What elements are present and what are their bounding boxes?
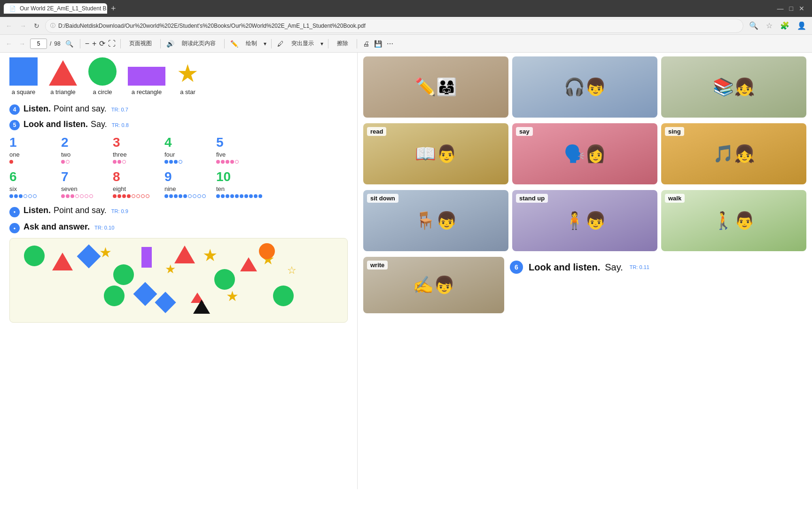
num-6-word: six — [9, 185, 61, 192]
address-bar[interactable]: ⓘ D:/BaiduNetdiskDownload/Our%20world%20… — [45, 19, 743, 33]
num-4-dots — [164, 160, 211, 164]
back-button[interactable]: ← — [4, 21, 14, 31]
write-label: write — [367, 261, 388, 270]
number-7: 7 seven — [61, 169, 113, 198]
read-aloud-button[interactable]: 朗读此页内容 — [178, 38, 219, 49]
dot-outline — [235, 160, 239, 164]
pdf-toolbar: ← → 5 / 98 🔍 − + ⟳ ⛶ 页面视图 🔊 朗读此页内容 ✏️ 绘制… — [0, 35, 812, 53]
img-card-read: read 📖👨 — [363, 123, 508, 184]
scatter-diamond — [133, 282, 157, 306]
square-label: a square — [12, 88, 36, 95]
print-icon[interactable]: 🖨 — [362, 39, 370, 48]
read-label: read — [367, 127, 386, 136]
search-pdf-icon[interactable]: 🔍 — [65, 40, 73, 48]
num-1-word: one — [9, 151, 61, 158]
highlight-icon[interactable]: 🖊 — [276, 39, 285, 48]
dot — [216, 160, 220, 164]
draw-button[interactable]: 绘制 — [242, 38, 261, 49]
rectangle-shape — [128, 67, 165, 86]
draw-chevron[interactable]: ▾ — [264, 40, 266, 47]
say-label: say — [516, 127, 533, 136]
stand-up-label: stand up — [516, 194, 548, 203]
section5-header: 5 Look and listen. Say. TR: 0.8 — [9, 119, 348, 130]
scatter-triangle — [240, 257, 257, 271]
numbers-grid: 1 one 2 two 3 three — [9, 135, 348, 198]
section5-tr: TR: 0.8 — [112, 122, 129, 128]
draw-icon[interactable]: ✏️ — [229, 39, 239, 48]
pdf-right-panel: ✏️👨‍👩‍👧 🎧👦 📚👧 read 📖👨 say 🗣️👩 sing 🎵👧 — [357, 53, 812, 489]
forward-button[interactable]: → — [18, 21, 28, 31]
minimize-button[interactable]: — — [777, 5, 784, 12]
dot — [230, 160, 234, 164]
search-icon[interactable]: 🔍 — [747, 21, 760, 30]
shape-star-item: ★ a star — [177, 61, 199, 95]
pdf-forward-button[interactable]: → — [17, 39, 27, 48]
section6-container: 6 Look and listen. Say. TR: 0.11 — [510, 261, 649, 274]
profile-icon[interactable]: 👤 — [795, 21, 808, 30]
zoom-out-button[interactable]: − — [85, 40, 89, 48]
refresh-button[interactable]: ↻ — [32, 21, 41, 31]
read-aloud-icon[interactable]: 🔊 — [165, 39, 175, 48]
active-tab[interactable]: 📄 Our World 2E_AmE_L1_Student B ✕ — [4, 3, 107, 14]
dot — [216, 194, 220, 198]
scatter-circle — [113, 264, 134, 285]
num-9-dots — [164, 194, 211, 198]
more-icon[interactable]: ⋯ — [386, 39, 394, 48]
rotate-icon[interactable]: ⟳ — [99, 39, 105, 48]
scatter-triangle — [174, 246, 195, 263]
separator — [80, 39, 80, 48]
new-tab-button[interactable]: + — [111, 4, 116, 14]
img-card-sit-down: sit down 🪑👦 — [363, 190, 508, 251]
triangle-shape — [49, 60, 77, 86]
shapes-scatter-area: ★ ★ ★ ★ ★ ☆ — [9, 238, 348, 323]
dot — [249, 194, 253, 198]
bookmark-icon[interactable]: ☆ — [764, 21, 774, 30]
highlight-chevron[interactable]: ▾ — [320, 40, 323, 47]
section5-title-bold: Look and listen. — [23, 119, 88, 129]
tab-bar: 📄 Our World 2E_AmE_L1_Student B ✕ + — □ … — [0, 0, 812, 17]
sing-label: sing — [665, 127, 684, 136]
maximize-button[interactable]: □ — [789, 5, 793, 12]
close-window-button[interactable]: ✕ — [799, 5, 804, 12]
star-label: a star — [180, 88, 195, 95]
img-card-children-write: ✏️👨‍👩‍👧 — [363, 56, 508, 118]
dot — [174, 194, 178, 198]
page-total-label: / — [50, 40, 51, 47]
extension-icon[interactable]: 🧩 — [778, 21, 791, 30]
dot — [230, 194, 234, 198]
dot-outline — [75, 194, 79, 198]
dot — [61, 160, 65, 164]
scatter-circle-orange — [259, 243, 275, 259]
pdf-back-button[interactable]: ← — [4, 39, 14, 48]
scatter-circle — [24, 246, 45, 266]
num-6-big: 6 — [9, 169, 61, 184]
page-number-input[interactable]: 5 — [30, 39, 47, 49]
dot-outline — [141, 194, 145, 198]
dot-outline — [33, 194, 37, 198]
scatter-diamond — [77, 245, 101, 269]
number-6: 6 six — [9, 169, 61, 198]
dot — [14, 194, 18, 198]
section-listen2-tr: TR: 0.9 — [111, 208, 128, 214]
square-shape — [9, 57, 38, 86]
number-5: 5 five — [216, 135, 268, 164]
num-2-dots — [61, 160, 108, 164]
num-10-big: 10 — [216, 169, 268, 184]
erase-button[interactable]: 擦除 — [333, 38, 352, 49]
dot — [113, 160, 117, 164]
page-view-button[interactable]: 页面视图 — [125, 38, 156, 49]
num-3-word: three — [113, 151, 164, 158]
zoom-in-button[interactable]: + — [92, 40, 96, 48]
highlight-button[interactable]: 突出显示 — [288, 38, 318, 49]
dot — [235, 194, 239, 198]
num-7-big: 7 — [61, 169, 113, 184]
save-icon[interactable]: 💾 — [373, 39, 383, 48]
scatter-star: ★ — [226, 288, 239, 304]
bottom-row: write ✍️👦 6 Look and listen. Say. TR: 0.… — [363, 257, 806, 313]
scatter-rect — [141, 247, 152, 268]
num-10-word: ten — [216, 185, 268, 192]
dot-outline — [89, 194, 93, 198]
dot-outline — [132, 194, 135, 198]
num-8-dots — [113, 194, 160, 198]
fit-page-icon[interactable]: ⛶ — [108, 40, 116, 48]
